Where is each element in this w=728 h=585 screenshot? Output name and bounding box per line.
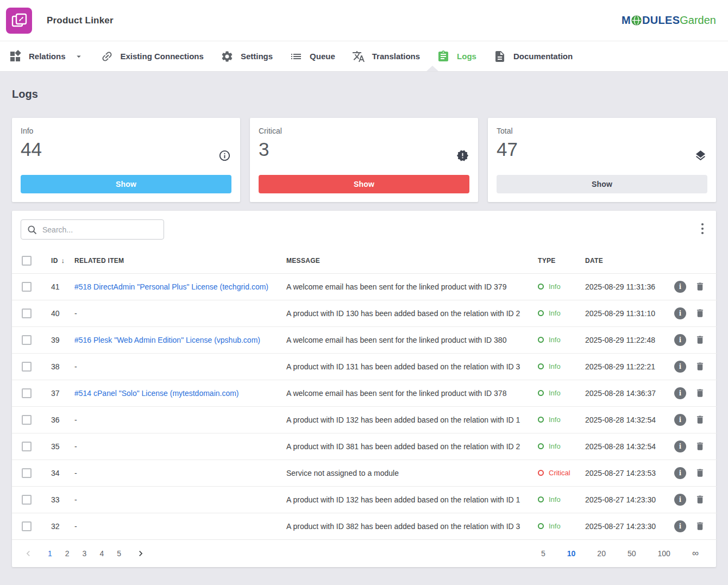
logs-table-card: ID↓ RELATED ITEM MESSAGE TYPE DATE 41 #5… [12, 211, 716, 567]
row-checkbox[interactable] [22, 442, 32, 451]
row-checkbox[interactable] [22, 388, 32, 398]
page-number-4[interactable]: 4 [95, 547, 108, 560]
related-item-link[interactable]: #518 DirectAdmin "Personal Plus" License… [74, 282, 268, 291]
log-message: A welcome email has been sent for the li… [286, 380, 538, 406]
details-info-icon[interactable] [674, 281, 686, 293]
details-info-icon[interactable] [674, 414, 686, 426]
details-info-icon[interactable] [674, 520, 686, 532]
modulesgarden-logo[interactable]: M DULES Garden [622, 14, 716, 27]
page-number-2[interactable]: 2 [61, 547, 74, 560]
details-info-icon[interactable] [674, 494, 686, 506]
list-icon [290, 50, 303, 63]
type-dot-icon [538, 363, 544, 369]
delete-trash-icon[interactable] [695, 441, 705, 451]
nav-item-settings[interactable]: Settings [221, 50, 273, 63]
page-number-5[interactable]: 5 [112, 547, 125, 560]
table-row: 34 - Service not assigned to a module Cr… [12, 460, 717, 486]
type-label: Info [549, 495, 561, 504]
kebab-menu-icon[interactable] [698, 221, 707, 239]
delete-trash-icon[interactable] [695, 388, 705, 398]
page-size-10[interactable]: 10 [563, 547, 580, 560]
show-critical-button[interactable]: Show [259, 175, 469, 193]
page-size-5[interactable]: 5 [537, 547, 550, 560]
log-date: 2025-08-28 14:36:37 [585, 380, 669, 406]
select-all-checkbox[interactable] [22, 256, 32, 266]
row-actions [669, 441, 717, 452]
product-linker-logo-icon [6, 8, 32, 34]
details-info-icon[interactable] [674, 361, 686, 373]
delete-trash-icon[interactable] [695, 361, 705, 372]
delete-trash-icon[interactable] [695, 414, 705, 425]
details-info-icon[interactable] [674, 334, 686, 346]
details-info-icon[interactable] [674, 307, 686, 319]
page-size-infinity[interactable]: ∞ [688, 546, 703, 561]
delete-trash-icon[interactable] [695, 521, 705, 531]
log-message: A product with ID 130 has been added bas… [286, 300, 538, 326]
related-item-link[interactable]: #516 Plesk "Web Admin Edition" License (… [74, 336, 260, 344]
row-checkbox[interactable] [22, 335, 32, 345]
delete-trash-icon[interactable] [695, 281, 705, 292]
related-item-link: - [74, 416, 77, 424]
nav-item-relations[interactable]: Relations [9, 50, 84, 63]
row-checkbox[interactable] [22, 282, 32, 292]
row-checkbox[interactable] [22, 468, 32, 478]
related-item-link: - [74, 362, 77, 371]
type-dot-icon [538, 496, 544, 502]
page-number-1[interactable]: 1 [43, 547, 57, 560]
log-date: 2025-08-28 14:32:54 [585, 433, 669, 460]
search-input[interactable] [42, 225, 158, 234]
row-actions [669, 307, 717, 319]
details-info-icon[interactable] [674, 387, 686, 399]
nav-item-existing-connections[interactable]: Existing Connections [101, 50, 204, 63]
row-actions [669, 334, 717, 346]
type-dot-icon [538, 390, 544, 396]
log-id: 41 [51, 273, 74, 300]
column-header-id[interactable]: ID↓ [51, 248, 74, 273]
log-id: 39 [51, 326, 74, 353]
type-badge: Info [538, 522, 561, 530]
nav-item-queue[interactable]: Queue [290, 50, 335, 63]
log-date: 2025-08-29 11:22:48 [585, 326, 669, 353]
show-info-button[interactable]: Show [21, 175, 231, 193]
nav-label-logs: Logs [457, 52, 476, 61]
type-dot-icon [538, 417, 544, 423]
log-date: 2025-08-28 14:32:54 [585, 406, 669, 433]
related-item-link: - [74, 469, 77, 477]
show-total-button[interactable]: Show [497, 175, 707, 193]
type-badge: Info [538, 362, 561, 370]
alert-seal-icon [456, 149, 469, 164]
nav-item-documentation[interactable]: Documentation [493, 50, 573, 63]
nav-item-translations[interactable]: Translations [352, 50, 420, 63]
row-checkbox[interactable] [22, 521, 32, 531]
type-label: Info [549, 389, 561, 397]
globe-icon [631, 15, 642, 26]
card-total: Total 47 Show [488, 118, 716, 202]
page-size-50[interactable]: 50 [623, 547, 641, 560]
row-checkbox[interactable] [22, 362, 32, 372]
page-number-3[interactable]: 3 [78, 547, 91, 560]
log-date: 2025-08-27 14:23:30 [585, 486, 669, 513]
translate-icon [352, 50, 365, 63]
pagination-pages-group: 12345 [22, 547, 147, 560]
delete-trash-icon[interactable] [695, 494, 705, 505]
nav-item-logs[interactable]: Logs [437, 50, 476, 63]
details-info-icon[interactable] [674, 467, 686, 479]
delete-trash-icon[interactable] [695, 468, 705, 478]
card-critical-value: 3 [259, 139, 469, 160]
delete-trash-icon[interactable] [695, 335, 705, 345]
column-header-actions [669, 248, 717, 273]
row-checkbox[interactable] [22, 495, 32, 505]
details-info-icon[interactable] [674, 441, 686, 452]
prev-page-icon [22, 547, 35, 560]
delete-trash-icon[interactable] [695, 308, 705, 318]
next-page-icon[interactable] [134, 547, 147, 560]
log-date: 2025-08-29 11:31:36 [585, 273, 669, 300]
page-size-100[interactable]: 100 [654, 547, 675, 560]
row-checkbox[interactable] [22, 309, 32, 318]
table-row: 38 - A product with ID 131 has been adde… [12, 353, 717, 380]
page-size-20[interactable]: 20 [593, 547, 610, 560]
related-item-link: - [74, 495, 77, 504]
related-item-link[interactable]: #514 cPanel "Solo" License (mytestdomain… [74, 389, 239, 398]
row-checkbox[interactable] [22, 415, 32, 425]
table-row: 35 - A product with ID 381 has been adde… [12, 433, 717, 460]
